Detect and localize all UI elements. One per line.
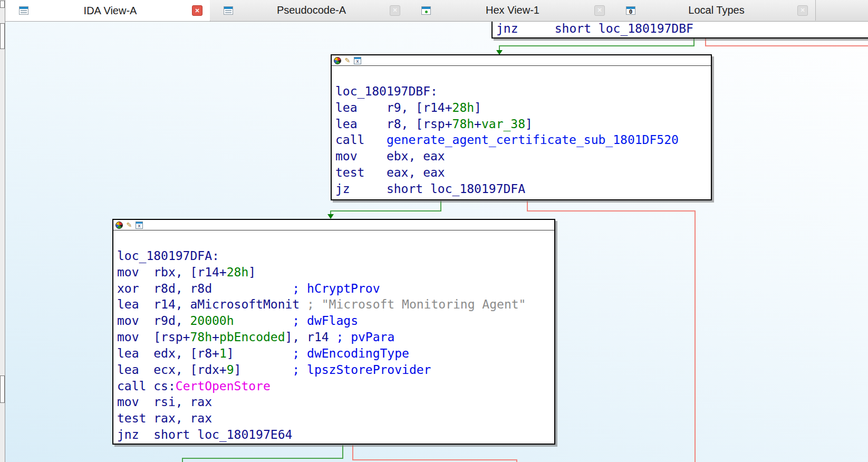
tab-close-icon[interactable]: ✕ <box>192 5 202 16</box>
asm-segment-code: ] <box>234 363 293 377</box>
edge-taken-to-loc-180197DBF <box>499 38 694 50</box>
tab-label: Pseudocode-A <box>233 4 390 16</box>
asm-segment-num: 20000h <box>190 314 234 328</box>
disasm-window-icon <box>19 6 28 15</box>
splitter-handle[interactable] <box>0 23 5 49</box>
asm-line[interactable]: lea r14, aMicrosoftMonit ; "Microsoft Mo… <box>117 296 554 313</box>
asm-segment-num: 9 <box>227 363 234 377</box>
asm-segment-num: 28h <box>227 265 249 279</box>
asm-line[interactable]: jnz short loc_180197DBF <box>496 21 693 37</box>
asm-segment-code: call <box>335 133 387 147</box>
asm-line[interactable] <box>117 232 554 248</box>
new-window-icon[interactable] <box>354 57 361 64</box>
block-header: ✎ <box>332 55 711 66</box>
asm-segment-code: mov rbx, [r14+ <box>117 265 227 279</box>
asm-segment-code: lea r14, aMicrosoftMonit <box>117 297 307 311</box>
asm-segment-num: var_38 <box>481 117 525 131</box>
asm-line[interactable]: test rax, rax <box>117 410 554 427</box>
asm-segment-code: loc_180197DBF: <box>335 84 438 98</box>
asm-line[interactable]: lea r8, [rsp+78h+var_38] <box>335 116 711 132</box>
tab-hex-view-1[interactable]: Hex View-1✕ <box>408 0 613 21</box>
asm-segment-code <box>234 314 293 328</box>
basic-block-loc-180197DBF[interactable]: ✎ loc_180197DBF:lea r9, [r14+28h]lea r8,… <box>331 54 712 200</box>
asm-segment-num: 28h <box>452 101 475 114</box>
asm-segment-cmt: ; dwEncodingType <box>292 346 409 360</box>
asm-segment-code: + <box>474 117 481 131</box>
asm-segment-num: 78h <box>452 117 475 131</box>
asm-segment-cmt: ; hCryptProv <box>292 282 380 295</box>
asm-segment-code: mov ebx, eax <box>335 149 445 163</box>
tab-pseudocode-a[interactable]: Pseudocode-A✕ <box>210 0 408 21</box>
asm-segment-code: mov rsi, rax <box>117 395 212 409</box>
asm-line[interactable]: lea ecx, [rdx+9] ; lpszStoreProvider <box>117 362 554 378</box>
asm-line[interactable]: mov rsi, rax <box>117 394 554 410</box>
asm-segment-code: ] <box>227 346 293 360</box>
asm-line[interactable]: mov r9d, 20000h ; dwFlags <box>117 313 554 329</box>
asm-segment-code: + <box>212 330 219 344</box>
node-color-pie-icon[interactable] <box>334 57 341 64</box>
asm-line[interactable]: test eax, eax <box>335 165 711 181</box>
asm-segment-code: ] <box>248 265 256 279</box>
asm-segment-code: lea r9, [r14+ <box>335 101 452 114</box>
asm-segment-code: mov [rsp+ <box>117 330 190 344</box>
asm-line[interactable]: lea edx, [r8+1] ; dwEncodingType <box>117 345 554 362</box>
asm-segment-code: ] <box>474 101 481 114</box>
asm-line[interactable]: lea r9, [r14+28h] <box>335 100 711 116</box>
asm-segment-code: lea r8, [rsp+ <box>335 117 452 131</box>
asm-segment-num: 78h <box>190 330 212 344</box>
asm-segment-code: loc_180197DFA: <box>117 249 219 263</box>
asm-segment-cmt: ; dwFlags <box>292 314 358 328</box>
disasm-window-icon <box>224 6 233 15</box>
asm-segment-cmt: ; lpszStoreProvider <box>292 363 431 377</box>
asm-segment-cmt: ; pvPara <box>336 330 394 344</box>
asm-segment-code: jz short loc_180197DFA <box>335 182 525 196</box>
asm-segment-code: lea edx, [r8+ <box>117 346 219 360</box>
tab-label: Hex View-1 <box>431 4 594 16</box>
tab-close-icon[interactable]: ✕ <box>594 5 605 16</box>
asm-segment-str: ; "Microsoft Monitoring Agent" <box>307 297 526 311</box>
splitter-handle[interactable] <box>0 376 5 403</box>
asm-segment-code: jnz short loc_180197E64 <box>117 428 292 441</box>
block-header: ✎ <box>113 220 554 230</box>
asm-line[interactable]: call generate_agent_certificate_sub_1801… <box>335 132 711 148</box>
tab-label: Local Types <box>635 4 797 16</box>
asm-line[interactable]: mov ebx, eax <box>335 148 711 165</box>
asm-segment-code: ], r14 <box>285 330 336 344</box>
asm-line[interactable]: loc_180197DBF: <box>335 83 711 100</box>
asm-line[interactable]: jnz short loc_180197E64 <box>117 427 554 443</box>
tab-ida-view-a[interactable]: IDA View-A✕ <box>5 0 210 21</box>
asm-segment-code: ] <box>525 117 533 131</box>
tab-close-icon[interactable]: ✕ <box>797 5 808 16</box>
asm-segment-code: lea ecx, [rdx+ <box>117 363 227 377</box>
asm-segment-code: test rax, rax <box>117 411 212 425</box>
new-window-icon[interactable] <box>136 222 143 229</box>
asm-line[interactable] <box>335 67 711 83</box>
asm-line[interactable]: xor r8d, r8d ; hCryptProv <box>117 281 554 297</box>
graph-view-canvas[interactable]: jnz short loc_180197DBF ✎ loc_180197DBF:… <box>0 21 868 462</box>
edge-taken-to-loc-180197DFA <box>331 201 441 214</box>
asm-segment-code: mov r9d, <box>117 314 190 328</box>
asm-segment-code: xor r8d, r8d <box>117 282 292 295</box>
asm-line[interactable]: mov rbx, [r14+28h] <box>117 264 554 281</box>
asm-line[interactable]: jz short loc_180197DFA <box>335 181 711 197</box>
pencil-icon[interactable]: ✎ <box>126 222 133 229</box>
basic-block-jnz-origin[interactable]: jnz short loc_180197DBF <box>491 21 868 38</box>
left-dock-strip <box>0 0 5 462</box>
asm-line[interactable]: call cs:CertOpenStore <box>117 378 554 394</box>
asm-segment-code: jnz short loc_180197DBF <box>496 22 693 35</box>
edge-arrowhead-icon <box>327 214 334 219</box>
edge-taken-to-loc-180197E64 <box>182 445 343 462</box>
asm-line[interactable]: loc_180197DFA: <box>117 248 554 264</box>
tab-label: IDA View-A <box>28 5 192 17</box>
asm-segment-num: pbEncoded <box>219 330 285 344</box>
asm-segment-fn: generate_agent_certificate_sub_1801DF520 <box>387 133 679 147</box>
asm-segment-imp: CertOpenStore <box>176 379 271 393</box>
basic-block-loc-180197DFA[interactable]: ✎ loc_180197DFA:mov rbx, [r14+28h]xor r8… <box>112 219 555 445</box>
pencil-icon[interactable]: ✎ <box>344 57 351 64</box>
tab-close-icon[interactable]: ✕ <box>390 5 400 16</box>
node-color-pie-icon[interactable] <box>115 222 123 229</box>
asm-line[interactable]: mov [rsp+78h+pbEncoded], r14 ; pvPara <box>117 329 554 345</box>
view-tab-bar: IDA View-A✕Pseudocode-A✕Hex View-1✕0Loca… <box>5 0 868 22</box>
splitter-handle[interactable] <box>0 1 5 8</box>
tab-local-types[interactable]: 0Local Types✕ <box>612 0 816 21</box>
